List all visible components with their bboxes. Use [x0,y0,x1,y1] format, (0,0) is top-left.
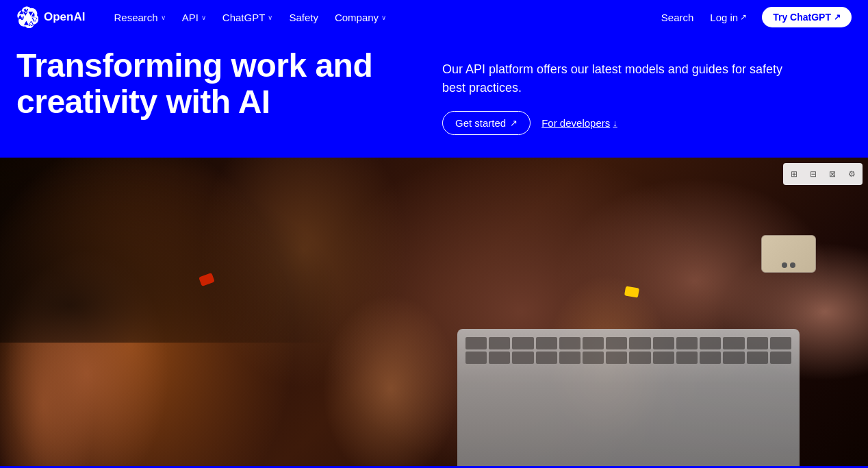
key [700,352,721,364]
key [723,352,744,364]
key [676,352,698,364]
key [723,337,744,349]
key [747,337,768,349]
key [536,337,557,349]
nav-links: Research ∨ API ∨ ChatGPT ∨ Safety Compan… [107,8,654,27]
hero-buttons: Get started ↗ For developers ↓ [442,111,852,135]
key [653,352,674,364]
key [489,352,510,364]
get-started-button[interactable]: Get started ↗ [442,111,531,135]
login-link[interactable]: Log in ↗ [703,8,754,27]
key [559,352,580,364]
key [583,352,604,364]
key [700,337,721,349]
logo-link[interactable]: OpenAI [16,6,85,28]
key [629,352,650,364]
phone-camera [782,262,795,268]
image-background [0,158,868,466]
for-developers-button[interactable]: For developers ↓ [541,117,617,129]
openai-logo-icon [16,6,38,28]
nav-research[interactable]: Research ∨ [107,8,172,27]
dark-overlay [0,158,347,343]
camera-dot [782,262,787,268]
key [770,352,791,364]
hero-image [0,158,868,466]
chatgpt-chevron-icon: ∨ [268,14,272,21]
key [606,337,627,349]
key [606,352,627,364]
key [676,337,698,349]
key [512,352,533,364]
hero-headline: Transforming work and creativity with AI [16,48,426,121]
brand-name: OpenAI [44,10,85,24]
main-navigation: OpenAI Research ∨ API ∨ ChatGPT ∨ Safety… [0,0,868,34]
key [770,337,791,349]
nav-chatgpt[interactable]: ChatGPT ∨ [216,8,280,27]
company-chevron-icon: ∨ [381,14,386,21]
image-toolbar: ⊞ ⊟ ⊠ ⚙ [783,163,863,185]
toolbar-button-2[interactable]: ⊟ [805,166,821,182]
key [489,337,510,349]
key [559,337,580,349]
key [747,352,768,364]
nav-right: Search Log in ↗ Try ChatGPT ↗ [654,7,852,27]
hero-description: Our API platform offers our latest model… [442,60,784,97]
key [653,337,674,349]
hero-image-container: ⊞ ⊟ ⊠ ⚙ [0,158,868,466]
nav-company[interactable]: Company ∨ [328,8,393,27]
research-chevron-icon: ∨ [161,14,166,21]
phone [761,235,816,273]
key [465,337,487,349]
hero-section: Transforming work and creativity with AI… [0,34,868,158]
key [465,352,487,364]
key [629,337,650,349]
key [583,337,604,349]
key [536,352,557,364]
try-chatgpt-button[interactable]: Try ChatGPT ↗ [762,7,852,27]
laptop-keyboard [457,329,800,372]
search-button[interactable]: Search [654,8,701,27]
key [512,337,533,349]
toolbar-settings-button[interactable]: ⚙ [843,166,860,182]
hero-left: Transforming work and creativity with AI [16,48,426,141]
toolbar-button-3[interactable]: ⊠ [824,166,841,182]
toolbar-button-1[interactable]: ⊞ [786,166,802,182]
camera-dot [790,262,795,268]
nav-api[interactable]: API ∨ [175,8,213,27]
nav-safety[interactable]: Safety [282,8,325,27]
hero-right: Our API platform offers our latest model… [442,48,852,141]
api-chevron-icon: ∨ [201,14,206,21]
laptop [457,329,800,466]
